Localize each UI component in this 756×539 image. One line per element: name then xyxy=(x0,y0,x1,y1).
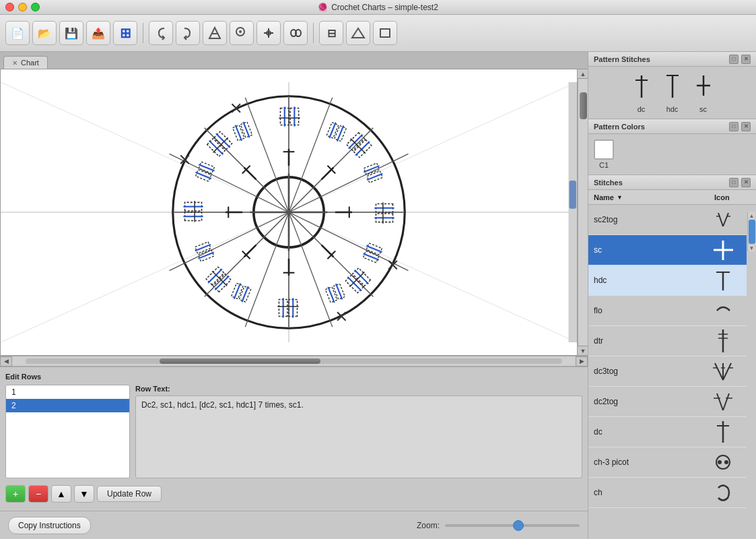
stitch-sc[interactable]: sc xyxy=(693,72,714,113)
row-text-label: Row Text: xyxy=(135,385,582,393)
window-controls[interactable] xyxy=(5,3,40,11)
chart-row: ▲ ▼ xyxy=(0,69,588,356)
dc-label: dc xyxy=(638,105,646,113)
row-item-1[interactable]: 1 xyxy=(6,385,129,399)
color-c1[interactable]: C1 xyxy=(594,139,614,169)
pattern-stitches-header: Pattern Stitches □ ✕ xyxy=(588,52,756,67)
export-button[interactable]: 📤 xyxy=(86,21,110,45)
pattern-stitches-expand-button[interactable]: □ xyxy=(729,55,738,64)
pattern-colors-close-button[interactable]: ✕ xyxy=(741,122,751,131)
stitch-dc[interactable]: dc xyxy=(631,72,652,113)
scroll-thumb[interactable] xyxy=(580,92,587,119)
update-row-button[interactable]: Update Row xyxy=(97,486,162,502)
pattern-colors-header: Pattern Colors □ ✕ xyxy=(588,119,756,134)
sc-icon xyxy=(693,72,714,102)
left-panel: ✕ Chart xyxy=(0,52,588,539)
svg-point-165 xyxy=(724,460,728,464)
stitch-row-dc[interactable]: dc xyxy=(588,417,747,447)
window-title: 🧶 Crochet Charts – simple-test2 xyxy=(318,3,438,12)
triangle-tool-button[interactable] xyxy=(346,21,370,45)
close-button[interactable] xyxy=(5,3,14,11)
maximize-button[interactable] xyxy=(31,3,40,11)
svg-marker-9 xyxy=(352,28,364,38)
new-button[interactable]: 📄 xyxy=(5,21,30,45)
stitches-scrollbar[interactable]: ▲ ▼ xyxy=(747,212,755,252)
color-swatch-c1[interactable] xyxy=(594,139,614,160)
cross-stitch-button[interactable] xyxy=(256,21,281,45)
separator-1 xyxy=(143,23,143,43)
stitch-row-ch[interactable]: ch xyxy=(588,478,747,508)
stitch-row-hdc[interactable]: hdc xyxy=(588,265,747,296)
svg-line-151 xyxy=(715,363,723,380)
dc-icon xyxy=(631,72,652,102)
svg-line-141 xyxy=(723,213,728,226)
hook-left-button[interactable] xyxy=(149,21,173,45)
svg-line-158 xyxy=(723,393,729,410)
pattern-colors-expand-button[interactable]: □ xyxy=(729,122,738,131)
shape-tool-button[interactable] xyxy=(203,21,227,45)
open-button[interactable]: 📂 xyxy=(32,21,57,45)
stitches-list[interactable]: sc2tog xyxy=(588,205,747,539)
row-text-area[interactable]: Dc2, sc1, hdc1, [dc2, sc1, hdc1] 7 times… xyxy=(135,395,582,478)
chart-tab[interactable]: ✕ Chart xyxy=(3,56,48,69)
hdc-icon xyxy=(662,72,683,102)
main-layout: ✕ Chart xyxy=(0,52,756,539)
svg-line-157 xyxy=(717,393,723,410)
move-up-button[interactable]: ▲ xyxy=(51,485,71,503)
stitches-panel-header: Stitches □ ✕ xyxy=(588,175,756,190)
search-tool-button[interactable] xyxy=(230,21,254,45)
remove-row-button[interactable]: − xyxy=(28,485,48,503)
rows-list[interactable]: 1 2 xyxy=(5,385,130,478)
chart-svg xyxy=(1,69,577,355)
stitch-row-dc2tog[interactable]: dc2tog xyxy=(588,387,747,417)
scroll-right-arrow[interactable]: ▶ xyxy=(576,356,588,367)
scroll-bottom-arrow[interactable]: ▼ xyxy=(749,245,755,251)
stitches-panel-expand-button[interactable]: □ xyxy=(729,178,738,187)
move-down-button[interactable]: ▼ xyxy=(74,485,94,503)
sort-arrow-icon: ▼ xyxy=(617,194,623,201)
sc-label: sc xyxy=(699,105,707,113)
stitch-row-flo[interactable]: flo xyxy=(588,296,747,326)
stitch-row-sc[interactable]: sc xyxy=(588,235,747,265)
chart-horizontal-scrollbar[interactable]: ◀ ▶ xyxy=(0,356,588,366)
zoom-slider[interactable] xyxy=(445,524,580,527)
loop-tool-button[interactable] xyxy=(283,21,308,45)
stitches-with-scroll: sc2tog xyxy=(588,205,756,539)
title-bar: 🧶 Crochet Charts – simple-test2 xyxy=(0,0,756,15)
text-align-button[interactable]: ⊟ xyxy=(319,21,343,45)
chart-canvas[interactable] xyxy=(0,69,578,356)
pattern-stitches-close-button[interactable]: ✕ xyxy=(741,55,751,64)
scroll-left-arrow[interactable]: ◀ xyxy=(0,356,12,367)
stitches-button[interactable]: ⊞ xyxy=(113,21,137,45)
pattern-stitches-title: Pattern Stitches xyxy=(594,55,650,63)
stitch-row-sc2tog[interactable]: sc2tog xyxy=(588,205,747,235)
h-scroll-track xyxy=(26,358,562,364)
stitches-panel-title: Stitches xyxy=(594,179,623,187)
separator-2 xyxy=(313,23,314,43)
chart-vertical-scrollbar[interactable]: ▲ ▼ xyxy=(578,69,588,356)
rectangle-tool-button[interactable] xyxy=(373,21,397,45)
stitches-scroll-thumb[interactable] xyxy=(749,220,755,244)
minimize-button[interactable] xyxy=(18,3,27,11)
hook-right-button[interactable] xyxy=(176,21,200,45)
stitch-row-ch3picot[interactable]: ch-3 picot xyxy=(588,447,747,478)
stitch-row-dc3tog[interactable]: dc3tog xyxy=(588,356,747,387)
svg-rect-133 xyxy=(570,181,576,209)
scroll-up-arrow[interactable]: ▲ xyxy=(577,69,588,79)
title-icon: 🧶 xyxy=(318,3,328,12)
row-item-2[interactable]: 2 xyxy=(6,399,129,412)
scroll-down-arrow[interactable]: ▼ xyxy=(577,346,588,356)
copy-instructions-button[interactable]: Copy Instructions xyxy=(8,517,91,534)
stitch-row-dtr[interactable]: dtr xyxy=(588,326,747,356)
stitches-column-headers: Name ▼ Icon xyxy=(588,190,756,205)
panel-header-icons-colors: □ ✕ xyxy=(729,122,751,131)
scroll-top-arrow[interactable]: ▲ xyxy=(749,213,755,218)
panel-header-icons-stitches: □ ✕ xyxy=(729,55,751,64)
chart-tab-close[interactable]: ✕ xyxy=(12,59,18,67)
stitches-panel-close-button[interactable]: ✕ xyxy=(741,178,751,187)
save-button[interactable]: 💾 xyxy=(59,21,83,45)
h-scroll-thumb[interactable] xyxy=(160,358,320,364)
col-name-header[interactable]: Name ▼ xyxy=(588,193,709,201)
add-row-button[interactable]: + xyxy=(5,485,26,503)
stitch-hdc[interactable]: hdc xyxy=(662,72,683,113)
